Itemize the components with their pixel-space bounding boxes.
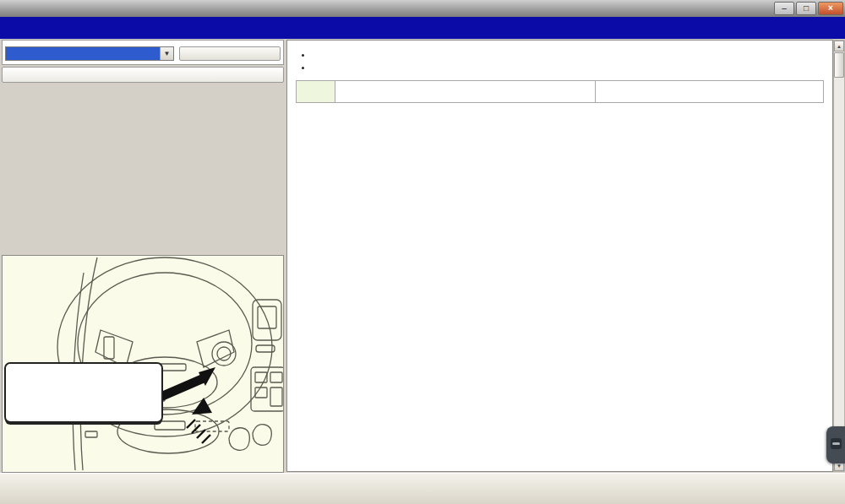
intro-bullets: [313, 49, 832, 72]
code-dropdown[interactable]: [5, 46, 174, 61]
vertical-scrollbar[interactable]: [833, 40, 845, 472]
overlay-panel-tab[interactable]: [826, 426, 845, 463]
search-button[interactable]: [179, 46, 281, 61]
maximize-button[interactable]: [796, 2, 816, 15]
eobd-codes-table: [296, 80, 824, 103]
code-dropdown-value: [6, 47, 160, 60]
column-header-cause: [596, 81, 824, 103]
bullet-item: [313, 49, 832, 59]
data-link-connector-panel: [2, 255, 284, 473]
main-content: [286, 40, 833, 472]
column-header-code: [297, 81, 335, 103]
minimize-button[interactable]: [774, 2, 794, 15]
chevron-down-icon[interactable]: [160, 47, 173, 60]
column-header-fault: [335, 81, 596, 103]
trouble-code-search-box: [2, 40, 284, 65]
window-controls: [772, 2, 843, 15]
codes-table-wrap: [296, 80, 824, 103]
close-button[interactable]: [818, 2, 843, 15]
scroll-up-icon[interactable]: [834, 41, 844, 51]
bullet-item: [313, 62, 832, 72]
sidebar: [2, 40, 284, 253]
obd-connector-diagram: [4, 362, 163, 423]
overlay-panel-icon: [831, 438, 842, 449]
sidebar-empty-slot: [2, 67, 284, 83]
function-key-toolbar: [0, 473, 845, 504]
scrollbar-thumb[interactable]: [834, 52, 844, 78]
vehicle-header: [0, 17, 845, 39]
window-titlebar: [0, 0, 845, 17]
